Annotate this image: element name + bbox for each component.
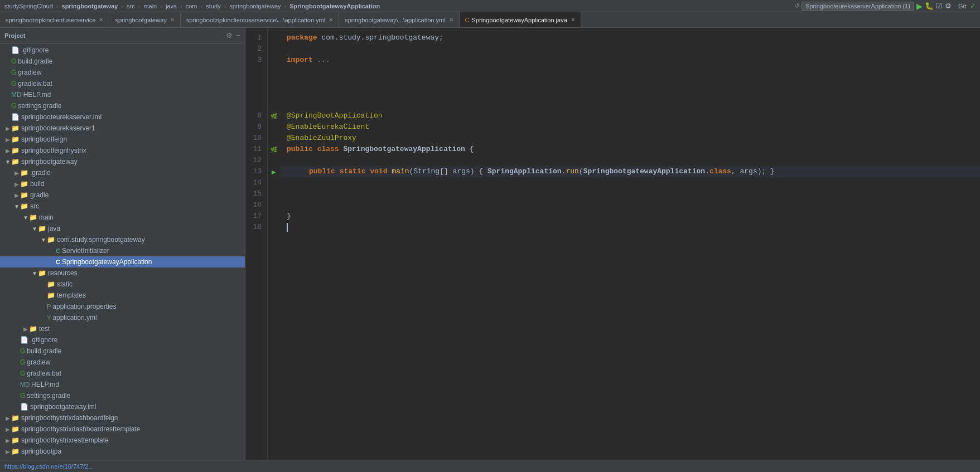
gutter: 🌿 🌿 ▶ [268,28,280,460]
tree-item-templates[interactable]: 📁 templates [0,290,245,301]
tab-application-yml-gateway[interactable]: springbootgateway\...\application.yml ✕ [339,12,459,28]
tree-item-gradle[interactable]: ▶ 📁 gradle [0,189,245,201]
tree-item-java[interactable]: ▼ 📁 java [0,223,245,234]
sidebar-settings-icon[interactable]: ⚙ [226,31,233,40]
close-icon[interactable]: ✕ [99,17,103,23]
close-icon[interactable]: ✕ [571,17,575,23]
tree-item-settings-gradle-root[interactable]: G settings.gradle [0,100,245,111]
tree-item-gitignore-gw[interactable]: 📄 .gitignore [0,334,245,346]
tree-item-hystrix-dash-rest[interactable]: ▶ 📁 springboothystrixdashboardresttempla… [0,424,245,435]
editor: 1 2 3 8 9 10 11 12 13 14 15 16 17 18 [245,28,980,460]
tree-item-src[interactable]: ▼ 📁 src [0,201,245,212]
tree-item-jpa[interactable]: ▶ 📁 springbootjpa [0,446,245,457]
project-title: studySpringCloud [4,3,53,9]
tab-springbootgateway-application[interactable]: C SpringbootgatewayApplication.java ✕ [460,12,581,28]
tree-item-feign[interactable]: ▶ 📁 springbootfeign [0,134,245,145]
tree-item-hystrix-rest[interactable]: ▶ 📁 springboothystrixresttemplate [0,435,245,446]
java-label: java [166,3,177,9]
close-icon[interactable]: ✕ [449,17,453,23]
sidebar-header: Project ⚙ − [0,28,245,43]
tree-item-gradlew-root[interactable]: G gradlew [0,67,245,78]
tab-springbootzipkinclientuserservice[interactable]: springbootzipkinclientuserservice ✕ [0,12,109,28]
tree-item-gradlew-gw[interactable]: G gradlew [0,357,245,368]
src-label: src [127,3,135,9]
tree-item-help-md-root[interactable]: MD HELP.md [0,89,245,100]
run-config-label[interactable]: SpringbooteurekaserverApplication (1) [802,2,914,11]
status-link[interactable]: https://blog.csdn.ne/e/10/747/2... [4,463,94,470]
tree-item-app-yml[interactable]: Y application.yml [0,312,245,323]
tree-item-eureka-iml[interactable]: 📄 springbooteurekaserver.iml [0,111,245,123]
sep7: › [224,3,226,9]
sidebar-tree: 📄 .gitignore G build.gradle G gradlew [0,43,245,460]
com-label: com [186,3,197,9]
tree-item-feignhystrix[interactable]: ▶ 📁 springbootfeignhystrix [0,145,245,156]
run-config-icon: ↺ [794,2,799,9]
settings-icon[interactable]: ⚙ [945,2,952,10]
tree-item-gw-iml[interactable]: 📄 springbootgateway.iml [0,401,245,412]
tree-item-gateway-root[interactable]: ▼ 📁 springbootgateway [0,156,245,167]
line-numbers: 1 2 3 8 9 10 11 12 13 14 15 16 17 18 [245,28,268,460]
tree-item-gradlew-bat-gw[interactable]: G gradlew.bat [0,368,245,379]
sep6: › [201,3,203,9]
tab-springbootgateway[interactable]: springbootgateway ✕ [109,12,180,28]
status-bar: https://blog.csdn.ne/e/10/747/2... [0,460,980,472]
debug-icon[interactable]: 🐛 [925,2,934,10]
tab-icon: C [465,17,470,23]
tree-item-gateway-app[interactable]: C SpringbootgatewayApplication [0,256,245,267]
tree-item-main[interactable]: ▼ 📁 main [0,212,245,223]
tree-item-build[interactable]: ▶ 📁 build [0,178,245,189]
module-label: springbootgateway [62,3,118,9]
sep3: › [138,3,141,9]
tab-label: springbootzipkinclientuserservice\...\ap… [186,17,325,23]
sep1: › [56,3,59,9]
tree-item-test[interactable]: ▶ 📁 test [0,323,245,334]
tab-label: springbootzipkinclientuserservice [6,17,95,23]
sep4: › [160,3,162,9]
tree-item-build-gradle-root[interactable]: G build.gradle [0,56,245,67]
top-bar: studySpringCloud › springbootgateway › s… [0,0,980,12]
tab-label: springbootgateway\...\application.yml [345,17,445,23]
tree-item-settings-gw[interactable]: G settings.gradle [0,390,245,401]
tree-item-app-properties[interactable]: P application.properties [0,301,245,312]
tab-label: springbootgateway [115,17,166,23]
tabs-bar: springbootzipkinclientuserservice ✕ spri… [0,12,980,28]
sep5: › [180,3,182,9]
run-icon[interactable]: ▶ [916,2,923,11]
tree-item-gitignore-root[interactable]: 📄 .gitignore [0,45,245,56]
tree-item-eurekaserver1[interactable]: ▶ 📁 springbooteurekaserver1 [0,123,245,134]
tree-item-resources[interactable]: ▼ 📁 resources [0,267,245,279]
git-label: Git: [958,3,968,9]
close-icon[interactable]: ✕ [170,17,175,23]
tab-label: SpringbootgatewayApplication.java [472,17,567,23]
tree-item-static[interactable]: 📁 static [0,279,245,290]
close-icon[interactable]: ✕ [329,17,333,23]
study-label: study [206,3,220,9]
sidebar-collapse-icon[interactable]: − [236,31,240,40]
tree-item-hystrix-dash-feign[interactable]: ▶ 📁 springboothystrixdashboardfeign [0,412,245,424]
active-file-label: SpringbootgatewayApplication [289,3,380,9]
tree-item-pkg[interactable]: ▼ 📁 com.study.springbootgateway [0,234,245,245]
tree-item-gradlew-bat-root[interactable]: G gradlew.bat [0,78,245,89]
sidebar-title: Project [4,32,226,39]
main-label: main [143,3,157,9]
tree-item-help-gw[interactable]: MD HELP.md [0,379,245,390]
sep2: › [121,3,123,9]
sidebar: Project ⚙ − 📄 .gitignore G build.gradle [0,28,245,460]
tree-item-servlet-initializer[interactable]: C ServletInitializer [0,245,245,256]
coverage-icon[interactable]: ☑ [936,2,943,10]
tree-item-dot-gradle[interactable]: ▶ 📁 .gradle [0,167,245,178]
tab-application-yml-zipkin[interactable]: springbootzipkinclientuserservice\...\ap… [181,12,339,28]
code-area[interactable]: package com.study.springbootgateway; imp… [280,28,980,460]
sep8: › [284,3,287,9]
pkg-label: springbootgateway [229,3,281,9]
git-checkmark: ✓ [970,2,976,10]
tree-item-build-gradle-gw[interactable]: G build.gradle [0,346,245,357]
